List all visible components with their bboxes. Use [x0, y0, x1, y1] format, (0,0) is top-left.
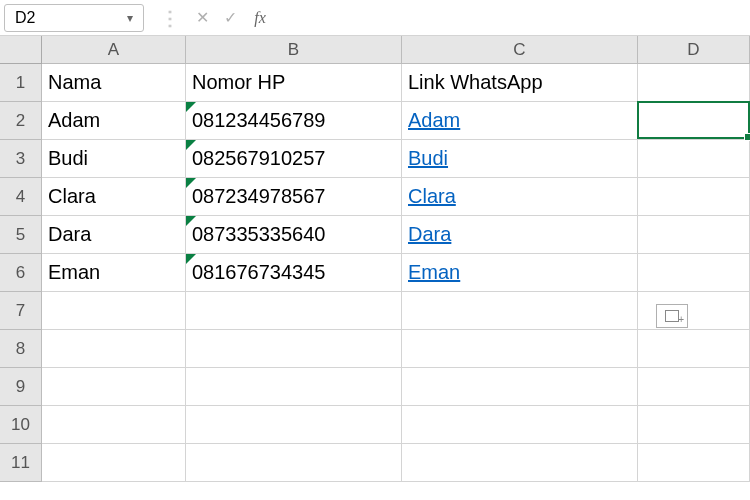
- cell[interactable]: 087234978567: [186, 178, 402, 216]
- table-row: 10: [0, 406, 750, 444]
- hyperlink[interactable]: Budi: [408, 147, 448, 170]
- cell[interactable]: [186, 368, 402, 406]
- cell[interactable]: Eman: [42, 254, 186, 292]
- row-header[interactable]: 1: [0, 64, 42, 102]
- grid: A B C D 1 Nama Nomor HP Link WhatsApp 2 …: [0, 36, 750, 482]
- paste-options-button[interactable]: +: [656, 304, 688, 328]
- name-box[interactable]: D2 ▾: [4, 4, 144, 32]
- col-header-d[interactable]: D: [638, 36, 750, 64]
- rows: 1 Nama Nomor HP Link WhatsApp 2 Adam 081…: [0, 64, 750, 482]
- row-header[interactable]: 2: [0, 102, 42, 140]
- cell[interactable]: [638, 178, 750, 216]
- cell[interactable]: Adam: [402, 102, 638, 140]
- chevron-down-icon[interactable]: ▾: [127, 11, 133, 25]
- cell[interactable]: [186, 444, 402, 482]
- cell[interactable]: Budi: [402, 140, 638, 178]
- row-header[interactable]: 7: [0, 292, 42, 330]
- hyperlink[interactable]: Eman: [408, 261, 460, 284]
- cell[interactable]: 082567910257: [186, 140, 402, 178]
- cell[interactable]: Dara: [42, 216, 186, 254]
- table-row: 9: [0, 368, 750, 406]
- cell[interactable]: 081676734345: [186, 254, 402, 292]
- cell[interactable]: [402, 444, 638, 482]
- cell[interactable]: [42, 368, 186, 406]
- error-indicator-icon: [186, 140, 196, 150]
- cell[interactable]: [402, 406, 638, 444]
- cell[interactable]: [186, 330, 402, 368]
- cell[interactable]: [638, 330, 750, 368]
- row-header[interactable]: 8: [0, 330, 42, 368]
- cell[interactable]: [186, 406, 402, 444]
- cell[interactable]: [638, 64, 750, 102]
- cell[interactable]: [42, 292, 186, 330]
- cell[interactable]: Clara: [402, 178, 638, 216]
- cell[interactable]: [638, 406, 750, 444]
- cell[interactable]: Clara: [42, 178, 186, 216]
- cell[interactable]: 087335335640: [186, 216, 402, 254]
- cell[interactable]: [638, 140, 750, 178]
- formula-bar: D2 ▾ ⋮ ✕ ✓ fx: [0, 0, 750, 36]
- divider: ⋮: [160, 6, 180, 30]
- cell[interactable]: [638, 444, 750, 482]
- cell[interactable]: Nama: [42, 64, 186, 102]
- table-row: 6 Eman 081676734345 Eman: [0, 254, 750, 292]
- confirm-icon[interactable]: ✓: [218, 6, 242, 30]
- cell[interactable]: [638, 216, 750, 254]
- cell[interactable]: Budi: [42, 140, 186, 178]
- cell[interactable]: Link WhatsApp: [402, 64, 638, 102]
- clipboard-icon: +: [665, 310, 679, 322]
- cell[interactable]: [42, 406, 186, 444]
- table-row: 5 Dara 087335335640 Dara: [0, 216, 750, 254]
- cell[interactable]: [638, 292, 750, 330]
- cell[interactable]: Eman: [402, 254, 638, 292]
- cell[interactable]: Dara: [402, 216, 638, 254]
- cancel-icon[interactable]: ✕: [190, 6, 214, 30]
- name-box-value: D2: [15, 9, 35, 27]
- error-indicator-icon: [186, 102, 196, 112]
- table-row: 7: [0, 292, 750, 330]
- row-header[interactable]: 5: [0, 216, 42, 254]
- table-row: 11: [0, 444, 750, 482]
- row-header[interactable]: 11: [0, 444, 42, 482]
- table-row: 2 Adam 081234456789 Adam: [0, 102, 750, 140]
- cell[interactable]: [638, 368, 750, 406]
- row-header[interactable]: 4: [0, 178, 42, 216]
- row-header[interactable]: 6: [0, 254, 42, 292]
- cell[interactable]: [402, 292, 638, 330]
- col-header-b[interactable]: B: [186, 36, 402, 64]
- col-header-c[interactable]: C: [402, 36, 638, 64]
- cell[interactable]: [42, 444, 186, 482]
- table-row: 1 Nama Nomor HP Link WhatsApp: [0, 64, 750, 102]
- cell[interactable]: [402, 330, 638, 368]
- table-row: 4 Clara 087234978567 Clara: [0, 178, 750, 216]
- select-all-corner[interactable]: [0, 36, 42, 64]
- fx-icon[interactable]: fx: [248, 6, 272, 30]
- cell[interactable]: [402, 368, 638, 406]
- column-headers: A B C D: [42, 36, 750, 64]
- cell[interactable]: [638, 102, 750, 140]
- cell[interactable]: [638, 254, 750, 292]
- hyperlink[interactable]: Clara: [408, 185, 456, 208]
- hyperlink[interactable]: Adam: [408, 109, 460, 132]
- error-indicator-icon: [186, 178, 196, 188]
- hyperlink[interactable]: Dara: [408, 223, 451, 246]
- row-header[interactable]: 3: [0, 140, 42, 178]
- error-indicator-icon: [186, 216, 196, 226]
- error-indicator-icon: [186, 254, 196, 264]
- row-header[interactable]: 10: [0, 406, 42, 444]
- row-header[interactable]: 9: [0, 368, 42, 406]
- cell[interactable]: 081234456789: [186, 102, 402, 140]
- cell[interactable]: [186, 292, 402, 330]
- cell[interactable]: Adam: [42, 102, 186, 140]
- table-row: 3 Budi 082567910257 Budi: [0, 140, 750, 178]
- cell[interactable]: Nomor HP: [186, 64, 402, 102]
- cell[interactable]: [42, 330, 186, 368]
- table-row: 8: [0, 330, 750, 368]
- col-header-a[interactable]: A: [42, 36, 186, 64]
